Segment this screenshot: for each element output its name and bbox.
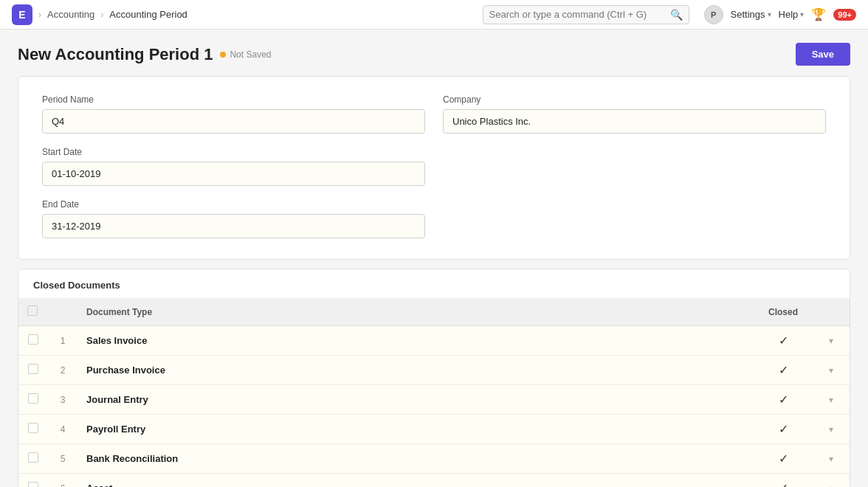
row-num: 3 bbox=[48, 385, 78, 415]
row-check[interactable] bbox=[18, 474, 48, 488]
row-checkbox[interactable] bbox=[28, 393, 38, 404]
search-icon: 🔍 bbox=[670, 9, 683, 21]
row-doc-type: Bank Reconciliation bbox=[78, 444, 754, 474]
breadcrumb-accounting[interactable]: Accounting bbox=[47, 9, 94, 20]
row-action[interactable]: ▾ bbox=[813, 444, 850, 474]
table-row: 6 Asset ✓ ▾ bbox=[18, 474, 850, 488]
row-num: 5 bbox=[48, 444, 78, 474]
settings-caret: ▾ bbox=[768, 10, 771, 18]
company-group: Company bbox=[443, 94, 826, 134]
row-check[interactable] bbox=[18, 326, 48, 356]
form-row-1: Period Name Company bbox=[42, 94, 826, 134]
table-row: 5 Bank Reconciliation ✓ ▾ bbox=[18, 444, 850, 474]
header-document-type: Document Type bbox=[78, 298, 754, 326]
row-checkbox[interactable] bbox=[28, 334, 38, 345]
avatar[interactable]: P bbox=[704, 5, 723, 24]
closed-documents-title: Closed Documents bbox=[18, 269, 850, 298]
end-date-group: End Date bbox=[42, 199, 425, 238]
closed-checkmark: ✓ bbox=[779, 364, 788, 376]
row-doc-type: Sales Invoice bbox=[78, 326, 754, 356]
table-row: 2 Purchase Invoice ✓ ▾ bbox=[18, 356, 850, 385]
row-closed: ✓ bbox=[754, 474, 813, 488]
header-checkbox[interactable] bbox=[27, 305, 38, 316]
start-date-label: Start Date bbox=[42, 147, 425, 157]
row-doc-type: Payroll Entry bbox=[78, 415, 754, 444]
row-dropdown-icon[interactable]: ▾ bbox=[829, 336, 833, 346]
end-date-label: End Date bbox=[42, 199, 425, 210]
header-action bbox=[813, 298, 850, 326]
row-dropdown-icon[interactable]: ▾ bbox=[829, 424, 833, 435]
table-body: 1 Sales Invoice ✓ ▾ 2 Purchase Invoice ✓… bbox=[18, 326, 850, 488]
row-checkbox[interactable] bbox=[28, 364, 38, 374]
row-checkbox[interactable] bbox=[28, 423, 38, 433]
row-num: 4 bbox=[48, 415, 78, 444]
page-title: New Accounting Period 1 bbox=[18, 45, 213, 64]
row-num: 1 bbox=[48, 326, 78, 356]
table-header-row: Document Type Closed bbox=[18, 298, 850, 326]
closed-checkmark: ✓ bbox=[779, 482, 788, 487]
row-action[interactable]: ▾ bbox=[813, 385, 850, 415]
row-closed: ✓ bbox=[754, 326, 813, 356]
nav-right-area: P Settings ▾ Help ▾ 🏆 99+ bbox=[704, 5, 856, 24]
closed-checkmark: ✓ bbox=[779, 393, 788, 406]
row-action[interactable]: ▾ bbox=[813, 474, 850, 488]
period-name-group: Period Name bbox=[42, 94, 425, 134]
notification-badge[interactable]: 99+ bbox=[833, 9, 856, 21]
trophy-icon: 🏆 bbox=[811, 7, 826, 21]
row-check[interactable] bbox=[18, 444, 48, 474]
row-action[interactable]: ▾ bbox=[813, 326, 850, 356]
start-date-input[interactable] bbox=[42, 162, 425, 186]
breadcrumb-chevron-1: › bbox=[38, 10, 41, 20]
table-row: 4 Payroll Entry ✓ ▾ bbox=[18, 415, 850, 444]
help-caret: ▾ bbox=[800, 10, 804, 18]
form-row-2: Start Date bbox=[42, 147, 826, 186]
form-row-3: End Date bbox=[42, 199, 826, 238]
header-num bbox=[48, 298, 78, 326]
page-header: New Accounting Period 1 Not Saved Save bbox=[0, 30, 868, 76]
row-num: 6 bbox=[48, 474, 78, 488]
start-date-group: Start Date bbox=[42, 147, 425, 186]
closed-checkmark: ✓ bbox=[779, 334, 788, 347]
period-name-input[interactable] bbox=[42, 109, 425, 134]
form-section: Period Name Company Start Date End Date bbox=[18, 76, 850, 260]
table-row: 3 Journal Entry ✓ ▾ bbox=[18, 385, 850, 415]
row-dropdown-icon[interactable]: ▾ bbox=[829, 365, 833, 376]
row-checkbox[interactable] bbox=[28, 452, 38, 463]
status-badge: Not Saved bbox=[220, 49, 271, 60]
row-check[interactable] bbox=[18, 356, 48, 385]
end-date-input[interactable] bbox=[42, 214, 425, 238]
breadcrumb-accounting-period: Accounting Period bbox=[109, 9, 187, 20]
row-closed: ✓ bbox=[754, 444, 813, 474]
row-action[interactable]: ▾ bbox=[813, 415, 850, 444]
breadcrumb-chevron-2: › bbox=[100, 10, 103, 20]
company-label: Company bbox=[443, 94, 826, 105]
row-num: 2 bbox=[48, 356, 78, 385]
row-dropdown-icon[interactable]: ▾ bbox=[829, 483, 833, 487]
row-closed: ✓ bbox=[754, 356, 813, 385]
row-doc-type: Asset bbox=[78, 474, 754, 488]
help-button[interactable]: Help ▾ bbox=[779, 9, 805, 20]
search-bar[interactable]: 🔍 bbox=[483, 5, 689, 24]
save-button[interactable]: Save bbox=[796, 43, 850, 66]
row-check[interactable] bbox=[18, 415, 48, 444]
closed-checkmark: ✓ bbox=[779, 423, 788, 435]
header-closed: Closed bbox=[754, 298, 813, 326]
period-name-label: Period Name bbox=[42, 94, 425, 105]
row-closed: ✓ bbox=[754, 415, 813, 444]
app-logo: E bbox=[12, 4, 32, 25]
row-action[interactable]: ▾ bbox=[813, 356, 850, 385]
table-row: 1 Sales Invoice ✓ ▾ bbox=[18, 326, 850, 356]
status-text: Not Saved bbox=[230, 49, 271, 60]
header-check bbox=[18, 298, 48, 326]
row-dropdown-icon[interactable]: ▾ bbox=[829, 454, 833, 464]
search-input[interactable] bbox=[489, 9, 666, 20]
row-check[interactable] bbox=[18, 385, 48, 415]
page-title-area: New Accounting Period 1 Not Saved bbox=[18, 45, 272, 64]
closed-documents-table: Document Type Closed 1 Sales Invoice ✓ ▾… bbox=[18, 298, 850, 487]
settings-button[interactable]: Settings ▾ bbox=[731, 9, 771, 20]
company-input[interactable] bbox=[443, 109, 826, 134]
row-dropdown-icon[interactable]: ▾ bbox=[829, 395, 833, 405]
row-doc-type: Purchase Invoice bbox=[78, 356, 754, 385]
row-closed: ✓ bbox=[754, 385, 813, 415]
row-checkbox[interactable] bbox=[28, 482, 38, 487]
